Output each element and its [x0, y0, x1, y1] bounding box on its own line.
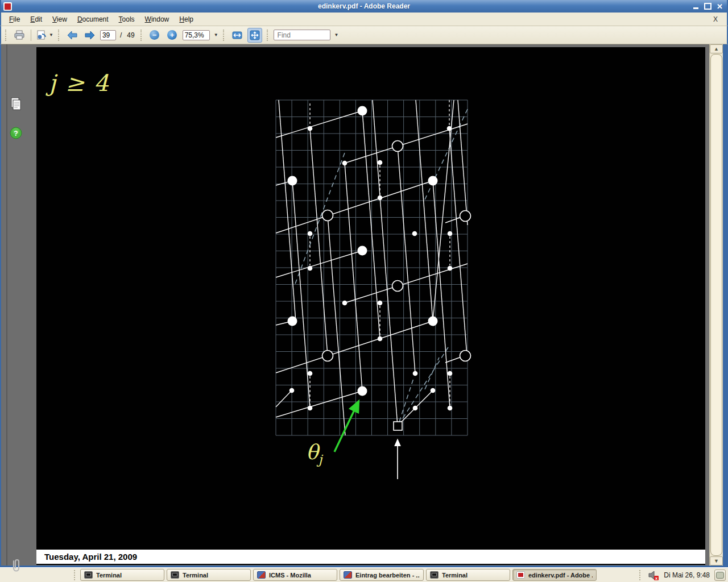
fit-page-button[interactable]	[247, 28, 262, 43]
fit-page-icon	[250, 30, 260, 40]
taskbar-window-icon	[257, 571, 266, 579]
menu-tools[interactable]: Tools	[114, 14, 139, 25]
fit-width-button[interactable]	[230, 28, 245, 43]
taskbar-window-button[interactable]: Terminal	[426, 569, 510, 581]
theta-label: θj	[306, 440, 322, 467]
scroll-up-button[interactable]: ▲	[710, 44, 723, 53]
show-desktop-button[interactable]	[714, 569, 726, 581]
toolbar-grip[interactable]	[140, 30, 143, 41]
next-page-button[interactable]	[82, 28, 97, 43]
menu-bar: File Edit View Document Tools Window Hel…	[0, 13, 728, 26]
scroll-down-button[interactable]: ▼	[710, 556, 723, 566]
menu-window[interactable]: Window	[140, 14, 174, 25]
menu-edit[interactable]: Edit	[26, 14, 47, 25]
figure-open-circle	[460, 351, 471, 361]
taskbar-grip[interactable]	[74, 570, 77, 580]
figure-open-circle	[460, 211, 471, 222]
share-dropdown-arrow[interactable]: ▼	[49, 32, 53, 38]
window-border	[723, 44, 728, 566]
figure-open-circle	[322, 351, 333, 361]
zoom-in-button[interactable]: +	[165, 28, 180, 43]
shallow-line	[276, 390, 292, 407]
menu-help[interactable]: Help	[175, 14, 198, 25]
steep-line	[292, 181, 310, 408]
toolbar-grip[interactable]	[58, 30, 60, 41]
figure-large-dot	[428, 176, 438, 186]
find-box	[274, 30, 330, 40]
taskbar-window-button[interactable]: Terminal	[167, 569, 251, 581]
svg-text:?: ?	[14, 130, 18, 138]
scrollbar-track[interactable]	[710, 53, 723, 556]
scrollbar-thumb[interactable]	[710, 54, 722, 556]
zoom-level-value: 75,3%	[185, 31, 204, 39]
content-area: ? j ≥ 4 θj Tuesday, April 21	[0, 44, 728, 566]
menu-file[interactable]: File	[5, 14, 24, 25]
tray-grip[interactable]	[639, 570, 642, 580]
shallow-line	[276, 391, 362, 417]
figure-small-dot	[308, 371, 313, 376]
page-divider: /	[120, 31, 122, 39]
figure-small-dot	[308, 126, 313, 131]
vertical-scrollbar[interactable]: ▲ ▼	[709, 44, 723, 566]
taskbar-window-button[interactable]: Eintrag bearbeiten - ...	[340, 569, 424, 581]
zoom-out-button[interactable]: −	[147, 28, 162, 43]
page-total: 49	[127, 31, 134, 39]
share-document-icon	[35, 30, 48, 41]
printer-icon	[14, 30, 25, 40]
maximize-button[interactable]	[703, 2, 713, 11]
attachments-panel-button[interactable]	[9, 559, 23, 572]
taskbar-window-button[interactable]: edinkerv.pdf - Adobe ...	[512, 569, 597, 581]
print-button[interactable]	[12, 28, 27, 43]
share-document-button[interactable]: ▼	[35, 28, 53, 43]
document-close-button[interactable]: X	[708, 15, 723, 23]
slide-footer-date: Tuesday, April 21, 2009	[36, 550, 705, 564]
toolbar-grip[interactable]	[223, 30, 225, 41]
adobe-reader-window: edinkerv.pdf - Adobe Reader ✕ File Edit …	[0, 0, 728, 582]
taskbar-window-button[interactable]: Terminal	[80, 569, 164, 581]
page-number-box	[100, 30, 116, 40]
shallow-line	[276, 321, 433, 373]
menu-document[interactable]: Document	[73, 14, 113, 25]
paperclip-icon	[10, 558, 22, 573]
figure-large-dot	[358, 106, 367, 116]
find-input[interactable]	[276, 31, 328, 40]
dashed-diagonal	[425, 357, 439, 389]
find-dropdown-arrow[interactable]: ▼	[334, 32, 339, 38]
help-panel-button[interactable]: ?	[9, 126, 23, 140]
toolbar-grip[interactable]	[267, 30, 269, 41]
close-button[interactable]: ✕	[715, 2, 725, 11]
figure-small-dot	[308, 231, 313, 236]
minimize-button[interactable]	[691, 2, 701, 11]
taskbar-clock[interactable]: Di Mai 26, 9:48	[664, 571, 710, 579]
zoom-level-box[interactable]: 75,3%	[183, 30, 210, 40]
navigation-panel: ?	[1, 44, 36, 566]
figure-small-dot	[342, 161, 348, 166]
figure-small-dot	[413, 371, 418, 376]
zoom-dropdown-arrow[interactable]: ▼	[214, 32, 218, 38]
taskbar-window-button[interactable]: ICMS - Mozilla	[253, 569, 337, 581]
figure-large-dot	[288, 176, 297, 186]
figure-small-dot	[378, 196, 383, 201]
fit-width-icon	[232, 30, 242, 40]
panel-divider[interactable]	[6, 44, 7, 566]
taskbar-window-icon	[171, 571, 179, 579]
zoom-out-icon: −	[150, 30, 159, 40]
page-number-input[interactable]	[102, 31, 114, 39]
pages-panel-button[interactable]	[9, 97, 23, 111]
figure-small-dot	[448, 371, 453, 376]
figure-large-dot	[358, 246, 367, 256]
dashed-diagonal	[399, 377, 414, 422]
figure-small-dot	[289, 388, 295, 393]
toolbar-grip[interactable]	[5, 30, 7, 41]
help-icon: ?	[10, 127, 22, 139]
figure-small-dot	[378, 160, 383, 165]
previous-page-button[interactable]	[65, 28, 80, 43]
menu-view[interactable]: View	[48, 14, 72, 25]
taskbar-window-icon	[516, 571, 525, 579]
figure-small-dot	[378, 301, 383, 306]
volume-muted-icon[interactable]: x	[648, 570, 659, 580]
steep-line	[310, 128, 328, 356]
figure-small-dot	[431, 388, 436, 393]
steep-line	[328, 215, 345, 435]
figure-large-dot	[358, 386, 367, 396]
